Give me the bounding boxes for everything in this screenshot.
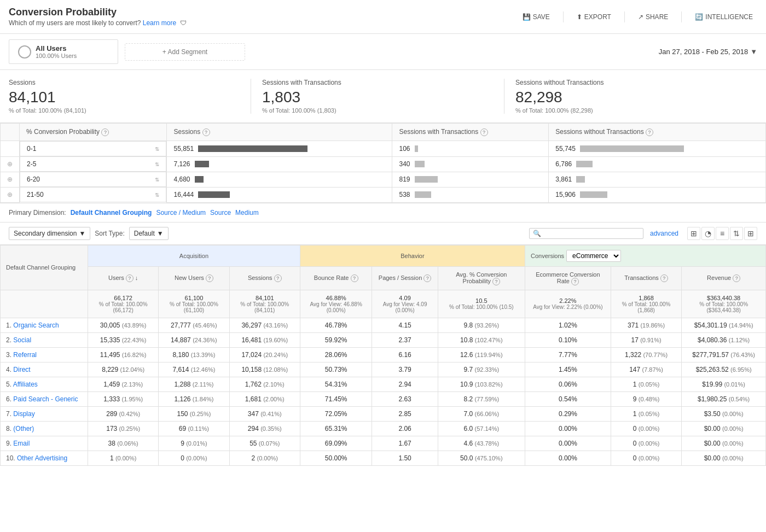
summary-sessions: Sessions 84,101 % of Total: 100.00% (84,… (9, 79, 251, 114)
users-help-icon[interactable]: ? (126, 274, 134, 282)
advanced-link[interactable]: advanced (650, 230, 678, 237)
row-revenue: $277,791.57 (76.43%) (682, 347, 766, 362)
pivot-view-icon[interactable]: ⊞ (744, 227, 757, 240)
expand-icon[interactable]: ⊕ (7, 191, 13, 198)
channel-link[interactable]: Paid Search - Generic (13, 395, 78, 403)
prob-sessions: 4,680 (167, 172, 392, 187)
table-row: 7. Display 289 (0.42%) 150 (0.25%) 347 (… (1, 406, 766, 421)
expand-icon[interactable]: ⊕ (7, 176, 13, 183)
ecomm-rate-header: Ecommerce Conversion Rate ? (525, 266, 611, 290)
pages-session-header: Pages / Session ? (372, 266, 438, 290)
sessions-help-icon[interactable]: ? (202, 128, 210, 136)
channel-link[interactable]: Display (13, 410, 34, 418)
row-sessions: 347 (0.41%) (229, 406, 300, 421)
export-button[interactable]: ⬆ EXPORT (572, 11, 616, 23)
segments-bar: All Users 100.00% Users + Add Segment Ja… (0, 34, 766, 70)
sort-filter-icon[interactable]: ⇅ (155, 177, 159, 183)
divider-2 (624, 11, 625, 22)
with-tx-help-icon[interactable]: ? (480, 128, 488, 136)
expand-icon[interactable]: ⊕ (7, 160, 13, 168)
totals-new-users: 61,100% of Total: 100.00% (61,100) (159, 290, 229, 318)
row-pages-session: 2.94 (372, 377, 438, 391)
channel-link[interactable]: Other Advertising (17, 454, 67, 462)
channel-link[interactable]: Social (13, 336, 31, 344)
totals-users: 66,172% of Total: 100.00% (66,172) (88, 290, 159, 318)
secondary-dimension-dropdown[interactable]: Secondary dimension ▼ (9, 227, 90, 240)
sort-down-icon[interactable]: ↓ (135, 274, 138, 281)
primary-dim-source-medium[interactable]: Source / Medium (156, 209, 206, 217)
rev-help-icon[interactable]: ? (733, 274, 740, 282)
ecomm-rate-help-icon[interactable]: ? (571, 278, 579, 285)
row-pages-session: 1.50 (372, 451, 438, 465)
row-revenue: $54,301.19 (14.94%) (682, 318, 766, 332)
row-pages-session: 2.37 (372, 332, 438, 347)
pie-view-icon[interactable]: ◔ (701, 227, 715, 240)
prob-help-icon[interactable]: ? (101, 128, 109, 136)
sort-chevron-icon: ▼ (157, 230, 164, 237)
channel-link[interactable]: (Other) (13, 425, 34, 432)
channel-link[interactable]: Direct (13, 366, 30, 373)
sessions-help-icon-main[interactable]: ? (274, 274, 282, 282)
ecommerce-dropdown[interactable]: eCommerce (566, 250, 621, 262)
avg-conv-help-icon[interactable]: ? (492, 278, 500, 285)
sessions-with-label: Sessions with Transactions (262, 79, 493, 86)
channel-link[interactable]: Affiliates (13, 381, 38, 388)
row-transactions: 1,322 (70.77%) (611, 347, 681, 362)
prob-sessions: 7,126 (167, 156, 392, 172)
without-tx-help-icon[interactable]: ? (646, 128, 653, 136)
list-view-icon[interactable]: ≡ (716, 227, 729, 240)
grid-view-icon[interactable]: ⊞ (687, 227, 700, 240)
add-segment-button[interactable]: + Add Segment (125, 43, 245, 61)
page-subtitle: Which of my users are most likely to con… (9, 19, 187, 27)
sort-filter-icon[interactable]: ⇅ (155, 161, 159, 167)
header-actions: 💾 SAVE ⬆ EXPORT ↗ SHARE 🔄 INTELLIGENCE (518, 11, 757, 23)
totals-transactions: 1,868% of Total: 100.00% (1,868) (611, 290, 681, 318)
row-new-users: 0 (0.00%) (159, 451, 229, 465)
divider-1 (563, 11, 564, 22)
prob-without-tx: 55,745 (549, 141, 766, 157)
tx-help-icon[interactable]: ? (660, 274, 668, 282)
with-tx-col-header: Sessions with Transactions ? (392, 124, 549, 141)
totals-ecomm-rate: 2.22%Avg for View: 2.22% (0.00%) (525, 290, 611, 318)
new-users-help-icon[interactable]: ? (206, 274, 213, 282)
sort-filter-icon[interactable]: ⇅ (155, 192, 159, 198)
users-col-header: Users ? ↓ (88, 266, 159, 290)
pages-help-icon[interactable]: ? (423, 274, 431, 282)
bounce-help-icon[interactable]: ? (351, 274, 358, 282)
sort-filter-icon[interactable]: ⇅ (155, 146, 159, 152)
row-transactions: 1 (0.05%) (611, 377, 681, 391)
prob-table-row: ⊕2-5⇅7,1263406,786 (1, 156, 766, 172)
channel-link[interactable]: Referral (13, 351, 37, 359)
totals-revenue: $363,440.38% of Total: 100.00% ($363,440… (682, 290, 766, 318)
search-box[interactable]: 🔍 (529, 228, 643, 239)
row-revenue: $0.00 (0.00%) (682, 436, 766, 451)
primary-dim-medium[interactable]: Medium (235, 209, 259, 217)
intelligence-button[interactable]: 🔄 INTELLIGENCE (690, 11, 757, 23)
sort-type-dropdown[interactable]: Default ▼ (129, 227, 169, 240)
row-ecomm-rate: 0.29% (525, 406, 611, 421)
channel-link[interactable]: Organic Search (13, 321, 59, 329)
row-revenue: $25,263.52 (6.95%) (682, 362, 766, 377)
compare-view-icon[interactable]: ⇅ (730, 227, 743, 240)
row-bounce-rate: 46.78% (300, 318, 372, 332)
add-segment-label: + Add Segment (163, 48, 207, 56)
primary-dim-source[interactable]: Source (210, 209, 231, 217)
prob-table-row: ⊕6-20⇅4,6808193,861 (1, 172, 766, 187)
save-button[interactable]: 💾 SAVE (518, 11, 554, 23)
revenue-header: Revenue ? (682, 266, 766, 290)
prob-range: 2-5⇅ (20, 156, 166, 172)
channel-link[interactable]: Email (13, 440, 30, 447)
search-input[interactable] (541, 230, 640, 237)
learn-more-link[interactable]: Learn more (143, 19, 176, 27)
segment-1[interactable]: All Users 100.00% Users (9, 39, 118, 64)
page-header: Conversion Probability Which of my users… (0, 0, 766, 34)
row-sessions: 10,158 (12.08%) (229, 362, 300, 377)
row-channel: 6. Paid Search - Generic (1, 391, 88, 406)
segment-1-info: All Users 100.00% Users (36, 44, 77, 59)
row-ecomm-rate: 0.10% (525, 332, 611, 347)
table-row: 2. Social 15,335 (22.43%) 14,887 (24.36%… (1, 332, 766, 347)
avg-conversion-header: Avg. % Conversion Probability ? (438, 266, 525, 290)
share-button[interactable]: ↗ SHARE (634, 11, 672, 23)
date-range-picker[interactable]: Jan 27, 2018 - Feb 25, 2018 ▼ (659, 48, 757, 56)
primary-dim-active[interactable]: Default Channel Grouping (71, 209, 152, 217)
